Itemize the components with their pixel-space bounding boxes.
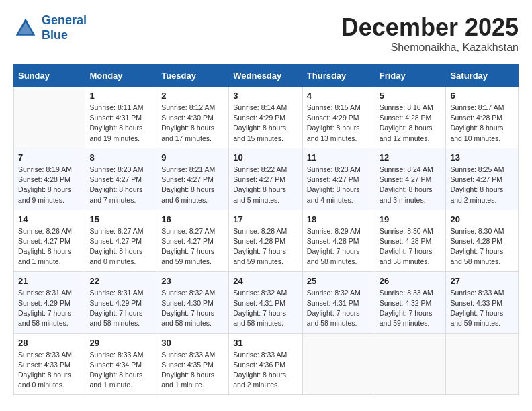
calendar-cell: 29 Sunrise: 8:33 AMSunset: 4:34 PMDaylig… [85,333,157,395]
day-info: Sunrise: 8:26 AMSunset: 4:27 PMDaylight:… [18,226,81,267]
day-info: Sunrise: 8:33 AMSunset: 4:34 PMDaylight:… [89,350,152,391]
day-info: Sunrise: 8:32 AMSunset: 4:31 PMDaylight:… [233,288,298,329]
calendar-cell: 1 Sunrise: 8:11 AMSunset: 4:31 PMDayligh… [85,87,157,148]
day-info: Sunrise: 8:30 AMSunset: 4:28 PMDaylight:… [380,226,442,267]
day-number: 31 [233,338,298,348]
weekday-header: Thursday [302,65,375,87]
page-header: General Blue December 2025 Shemonaikha, … [13,13,519,54]
calendar-cell: 21 Sunrise: 8:31 AMSunset: 4:29 PMDaylig… [14,271,85,333]
logo-text: General Blue [42,13,87,42]
calendar-cell: 27 Sunrise: 8:33 AMSunset: 4:33 PMDaylig… [446,271,519,333]
calendar-cell: 19 Sunrise: 8:30 AMSunset: 4:28 PMDaylig… [375,210,446,271]
logo-icon [13,16,38,40]
calendar-cell: 22 Sunrise: 8:31 AMSunset: 4:29 PMDaylig… [85,271,157,333]
day-number: 8 [89,152,152,163]
day-info: Sunrise: 8:30 AMSunset: 4:28 PMDaylight:… [450,226,514,267]
day-info: Sunrise: 8:27 AMSunset: 4:27 PMDaylight:… [89,226,152,267]
weekday-header: Sunday [14,65,85,87]
day-info: Sunrise: 8:12 AMSunset: 4:30 PMDaylight:… [161,103,224,144]
day-info: Sunrise: 8:32 AMSunset: 4:30 PMDaylight:… [161,288,224,329]
calendar-cell: 12 Sunrise: 8:24 AMSunset: 4:27 PMDaylig… [375,148,446,210]
day-info: Sunrise: 8:15 AMSunset: 4:29 PMDaylight:… [307,103,371,144]
day-number: 15 [89,214,152,224]
day-info: Sunrise: 8:28 AMSunset: 4:28 PMDaylight:… [233,226,298,267]
calendar-cell: 4 Sunrise: 8:15 AMSunset: 4:29 PMDayligh… [302,87,375,148]
weekday-header: Saturday [446,65,519,87]
day-number: 9 [161,152,224,163]
day-number: 18 [307,214,371,224]
calendar-cell: 2 Sunrise: 8:12 AMSunset: 4:30 PMDayligh… [157,87,229,148]
calendar-cell: 16 Sunrise: 8:27 AMSunset: 4:27 PMDaylig… [157,210,229,271]
calendar-header-row: SundayMondayTuesdayWednesdayThursdayFrid… [14,65,519,87]
calendar-cell: 15 Sunrise: 8:27 AMSunset: 4:27 PMDaylig… [85,210,157,271]
calendar-cell: 28 Sunrise: 8:33 AMSunset: 4:33 PMDaylig… [14,333,85,395]
calendar-cell [14,87,85,148]
calendar-cell: 10 Sunrise: 8:22 AMSunset: 4:27 PMDaylig… [229,148,303,210]
day-number: 26 [380,276,442,286]
calendar-week-row: 1 Sunrise: 8:11 AMSunset: 4:31 PMDayligh… [14,87,519,148]
day-number: 7 [18,152,81,163]
day-number: 19 [380,214,442,224]
day-info: Sunrise: 8:11 AMSunset: 4:31 PMDaylight:… [89,103,152,144]
calendar-cell: 3 Sunrise: 8:14 AMSunset: 4:29 PMDayligh… [229,87,303,148]
calendar-cell: 18 Sunrise: 8:29 AMSunset: 4:28 PMDaylig… [302,210,375,271]
calendar-week-row: 28 Sunrise: 8:33 AMSunset: 4:33 PMDaylig… [14,333,519,395]
weekday-header: Wednesday [229,65,303,87]
calendar-week-row: 14 Sunrise: 8:26 AMSunset: 4:27 PMDaylig… [14,210,519,271]
title-block: December 2025 Shemonaikha, Kazakhstan [341,13,519,54]
day-number: 17 [233,214,298,224]
weekday-header: Monday [85,65,157,87]
day-number: 21 [18,276,81,286]
day-info: Sunrise: 8:33 AMSunset: 4:33 PMDaylight:… [18,350,81,391]
day-number: 12 [380,152,442,163]
calendar-cell: 17 Sunrise: 8:28 AMSunset: 4:28 PMDaylig… [229,210,303,271]
calendar-cell: 25 Sunrise: 8:32 AMSunset: 4:31 PMDaylig… [302,271,375,333]
day-info: Sunrise: 8:27 AMSunset: 4:27 PMDaylight:… [161,226,224,267]
weekday-header: Friday [375,65,446,87]
calendar-cell: 5 Sunrise: 8:16 AMSunset: 4:28 PMDayligh… [375,87,446,148]
day-number: 30 [161,338,224,348]
day-info: Sunrise: 8:32 AMSunset: 4:31 PMDaylight:… [307,288,371,329]
calendar-cell [446,333,519,395]
day-number: 20 [450,214,514,224]
day-number: 22 [89,276,152,286]
day-number: 10 [233,152,298,163]
calendar-week-row: 7 Sunrise: 8:19 AMSunset: 4:28 PMDayligh… [14,148,519,210]
day-info: Sunrise: 8:33 AMSunset: 4:32 PMDaylight:… [380,288,442,329]
calendar-cell: 8 Sunrise: 8:20 AMSunset: 4:27 PMDayligh… [85,148,157,210]
day-info: Sunrise: 8:31 AMSunset: 4:29 PMDaylight:… [89,288,152,329]
calendar-cell: 26 Sunrise: 8:33 AMSunset: 4:32 PMDaylig… [375,271,446,333]
day-number: 3 [233,91,298,101]
calendar-cell: 11 Sunrise: 8:23 AMSunset: 4:27 PMDaylig… [302,148,375,210]
day-number: 28 [18,338,81,348]
calendar-cell: 23 Sunrise: 8:32 AMSunset: 4:30 PMDaylig… [157,271,229,333]
day-info: Sunrise: 8:17 AMSunset: 4:28 PMDaylight:… [450,103,514,144]
calendar-cell: 9 Sunrise: 8:21 AMSunset: 4:27 PMDayligh… [157,148,229,210]
day-info: Sunrise: 8:24 AMSunset: 4:27 PMDaylight:… [380,165,442,205]
day-info: Sunrise: 8:20 AMSunset: 4:27 PMDaylight:… [89,165,152,205]
calendar-cell [302,333,375,395]
day-number: 16 [161,214,224,224]
calendar-cell: 31 Sunrise: 8:33 AMSunset: 4:36 PMDaylig… [229,333,303,395]
day-info: Sunrise: 8:25 AMSunset: 4:27 PMDaylight:… [450,165,514,205]
calendar-cell: 13 Sunrise: 8:25 AMSunset: 4:27 PMDaylig… [446,148,519,210]
calendar-week-row: 21 Sunrise: 8:31 AMSunset: 4:29 PMDaylig… [14,271,519,333]
location-subtitle: Shemonaikha, Kazakhstan [341,42,519,54]
calendar-cell: 30 Sunrise: 8:33 AMSunset: 4:35 PMDaylig… [157,333,229,395]
day-number: 5 [380,91,442,101]
day-info: Sunrise: 8:22 AMSunset: 4:27 PMDaylight:… [233,165,298,205]
day-info: Sunrise: 8:14 AMSunset: 4:29 PMDaylight:… [233,103,298,144]
day-number: 6 [450,91,514,101]
day-number: 13 [450,152,514,163]
calendar-cell: 20 Sunrise: 8:30 AMSunset: 4:28 PMDaylig… [446,210,519,271]
calendar-cell: 6 Sunrise: 8:17 AMSunset: 4:28 PMDayligh… [446,87,519,148]
day-info: Sunrise: 8:21 AMSunset: 4:27 PMDaylight:… [161,165,224,205]
calendar-cell: 24 Sunrise: 8:32 AMSunset: 4:31 PMDaylig… [229,271,303,333]
weekday-header: Tuesday [157,65,229,87]
day-number: 4 [307,91,371,101]
day-info: Sunrise: 8:23 AMSunset: 4:27 PMDaylight:… [307,165,371,205]
day-info: Sunrise: 8:33 AMSunset: 4:35 PMDaylight:… [161,350,224,391]
month-title: December 2025 [341,13,519,42]
day-number: 14 [18,214,81,224]
day-number: 25 [307,276,371,286]
